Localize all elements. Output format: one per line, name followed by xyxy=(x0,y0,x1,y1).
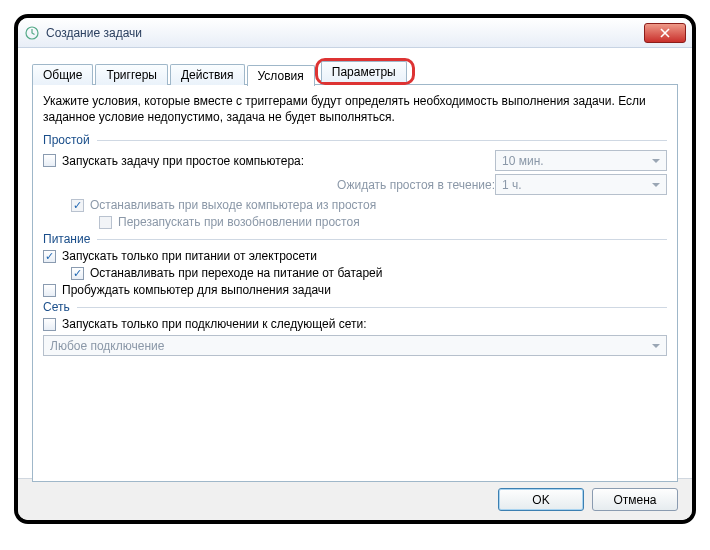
checkbox-wake[interactable] xyxy=(43,284,56,297)
intro-text: Укажите условия, которые вместе с тригге… xyxy=(43,93,667,125)
ok-button[interactable]: OK xyxy=(498,488,584,511)
clock-icon xyxy=(24,25,40,41)
tab-general[interactable]: Общие xyxy=(32,64,93,85)
group-power-title: Питание xyxy=(43,232,667,246)
annotation-highlight: Параметры xyxy=(315,58,415,85)
label-stop-on-idle-end: Останавливать при выходе компьютера из п… xyxy=(90,198,376,212)
select-idle-duration[interactable]: 10 мин. xyxy=(495,150,667,171)
tab-settings[interactable]: Параметры xyxy=(321,61,407,82)
checkbox-stop-on-battery[interactable] xyxy=(71,267,84,280)
close-button[interactable] xyxy=(644,23,686,43)
checkbox-restart-on-resume xyxy=(99,216,112,229)
label-only-network: Запускать только при подключении к следу… xyxy=(62,317,367,331)
tab-triggers[interactable]: Триггеры xyxy=(95,64,168,85)
checkbox-only-network[interactable] xyxy=(43,318,56,331)
label-start-on-idle: Запускать задачу при простое компьютера: xyxy=(62,154,495,168)
tab-conditions[interactable]: Условия xyxy=(247,65,315,86)
window-title: Создание задачи xyxy=(46,26,142,40)
tab-actions[interactable]: Действия xyxy=(170,64,245,85)
title-bar: Создание задачи xyxy=(18,18,692,48)
close-icon xyxy=(660,28,670,38)
cancel-button[interactable]: Отмена xyxy=(592,488,678,511)
dialog-footer: OK Отмена xyxy=(18,478,692,520)
checkbox-stop-on-idle-end xyxy=(71,199,84,212)
group-network-title: Сеть xyxy=(43,300,667,314)
tab-strip: Общие Триггеры Действия Условия Параметр… xyxy=(32,58,678,85)
label-only-ac: Запускать только при питании от электрос… xyxy=(62,249,317,263)
label-restart-on-resume: Перезапускать при возобновлении простоя xyxy=(118,215,360,229)
client-area: Общие Триггеры Действия Условия Параметр… xyxy=(18,48,692,520)
label-wake: Пробуждать компьютер для выполнения зада… xyxy=(62,283,331,297)
select-network[interactable]: Любое подключение xyxy=(43,335,667,356)
tab-panel-conditions: Укажите условия, которые вместе с тригге… xyxy=(32,84,678,482)
checkbox-only-ac[interactable] xyxy=(43,250,56,263)
checkbox-start-on-idle[interactable] xyxy=(43,154,56,167)
select-wait-duration[interactable]: 1 ч. xyxy=(495,174,667,195)
label-stop-on-battery: Останавливать при переходе на питание от… xyxy=(90,266,383,280)
group-idle-title: Простой xyxy=(43,133,667,147)
dialog-window: Создание задачи Общие Триггеры Действия … xyxy=(14,14,696,524)
